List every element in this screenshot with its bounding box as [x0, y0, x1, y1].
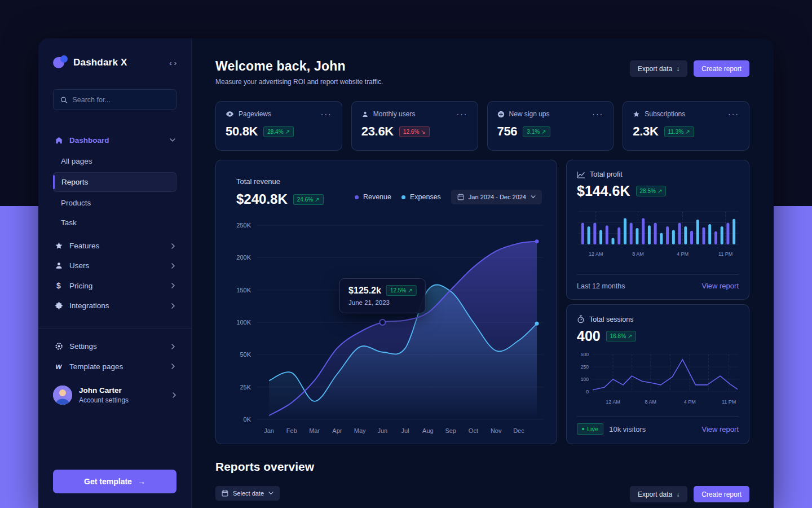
svg-text:Apr: Apr	[332, 427, 342, 434]
svg-text:200K: 200K	[236, 254, 251, 261]
svg-text:50K: 50K	[240, 351, 251, 358]
sidebar-nav: Dashboard All pages Reports Products Tas…	[53, 130, 176, 316]
svg-text:Jan: Jan	[264, 427, 274, 434]
sidebar-item-label: Dashboard	[69, 136, 109, 144]
visitors-label: 10k visitors	[609, 425, 646, 433]
create-report-button[interactable]: Create report	[694, 486, 749, 502]
reports-overview-section: Reports overview Select date Export data…	[215, 460, 749, 502]
trend-up-icon: ↗	[685, 129, 690, 135]
reports-overview-title: Reports overview	[215, 460, 749, 474]
select-date-dropdown[interactable]: Select date	[215, 486, 280, 501]
download-icon: ↓	[676, 491, 679, 498]
date-range-select[interactable]: Jan 2024 - Dec 2024	[451, 190, 542, 204]
stat-card-new-sign-ups: New sign ups ··· 756 3.1%↗	[487, 101, 614, 151]
line-chart-icon	[577, 171, 585, 178]
stat-value: 50.8K	[226, 124, 258, 139]
select-date-value: Select date	[233, 490, 264, 497]
chevron-right-icon	[171, 243, 175, 249]
sidebar-item-label: Settings	[69, 342, 97, 351]
total-profit-card: Total profit $144.6K 28.5%↗ 12 AM8 AM4 P…	[566, 160, 749, 300]
app-window: Dashdark X ‹ › Dashboard All pages Repor…	[38, 38, 774, 508]
svg-text:150K: 150K	[236, 287, 251, 294]
stat-value: 23.6K	[361, 124, 394, 139]
svg-text:Oct: Oct	[469, 427, 478, 434]
view-report-link[interactable]: View report	[701, 282, 739, 290]
sidebar-item-all-pages[interactable]: All pages	[53, 151, 176, 171]
trend-down-icon: ↘	[421, 129, 425, 135]
revenue-chart-svg: 0K25K50K100K150K200K250KJanFebMarAprMayJ…	[231, 217, 544, 437]
svg-text:8 AM: 8 AM	[632, 251, 644, 257]
trend-up-icon: ↗	[315, 196, 319, 203]
logo-icon	[53, 55, 68, 70]
legend-revenue: Revenue	[355, 193, 391, 201]
search-input[interactable]	[72, 96, 169, 104]
card-menu-button[interactable]: ···	[592, 112, 603, 116]
account-settings[interactable]: John Carter Account settings	[53, 386, 176, 405]
card-menu-button[interactable]: ···	[728, 112, 739, 116]
create-report-button[interactable]: Create report	[694, 60, 749, 77]
chevron-down-icon	[268, 492, 273, 495]
card-menu-button[interactable]: ···	[321, 112, 332, 116]
calendar-icon	[222, 490, 228, 497]
webflow-icon: w	[54, 362, 63, 371]
eye-icon	[226, 111, 234, 117]
page-subtitle: Measure your advertising ROI and report …	[215, 78, 383, 86]
sidebar-item-settings[interactable]: Settings	[53, 336, 176, 356]
chevron-right-icon	[171, 344, 175, 349]
sidebar-item-pricing[interactable]: $ Pricing	[53, 275, 176, 296]
sidebar-item-users[interactable]: Users	[53, 256, 176, 275]
legend-dot-revenue	[355, 195, 359, 199]
card-menu-button[interactable]: ···	[457, 112, 468, 116]
svg-text:Aug: Aug	[422, 427, 434, 434]
sidebar-item-label: Integrations	[69, 301, 109, 310]
sidebar-item-label: Products	[61, 199, 91, 207]
sidebar-item-reports[interactable]: Reports	[53, 172, 176, 192]
sidebar-collapse-button[interactable]: ‹ ›	[169, 59, 176, 67]
sessions-value: 400	[577, 328, 601, 344]
live-dot-icon	[582, 428, 584, 430]
view-report-link[interactable]: View report	[701, 425, 739, 433]
sidebar-item-label: Users	[69, 261, 89, 270]
export-data-button[interactable]: Export data ↓	[630, 60, 687, 77]
dollar-icon: $	[54, 281, 63, 290]
profit-title: Total profit	[590, 170, 623, 178]
app-title: Dashdark X	[73, 57, 127, 68]
trend-up-icon: ↗	[628, 333, 632, 339]
trend-up-icon: ↗	[657, 188, 662, 194]
search-box[interactable]	[53, 89, 176, 110]
sidebar-item-label: Task	[61, 218, 77, 227]
get-template-button[interactable]: Get template →	[53, 470, 176, 493]
export-data-button[interactable]: Export data ↓	[630, 486, 687, 502]
svg-text:250: 250	[581, 364, 589, 370]
legend-dot-expenses	[401, 195, 405, 199]
svg-text:250K: 250K	[236, 222, 251, 229]
svg-text:25K: 25K	[240, 384, 251, 391]
sidebar-item-features[interactable]: Features	[53, 236, 176, 256]
plus-circle-icon	[497, 111, 505, 118]
gear-icon	[54, 342, 63, 351]
legend-label: Revenue	[363, 193, 391, 201]
sidebar-item-products[interactable]: Products	[53, 193, 176, 213]
logo: Dashdark X ‹ ›	[53, 55, 176, 70]
sidebar-item-task[interactable]: Task	[53, 213, 176, 233]
sidebar-item-template-pages[interactable]: w Template pages	[53, 356, 176, 376]
stats-row: Pageviews ··· 50.8K 28.4%↗ Monthly users…	[215, 101, 749, 151]
sidebar-item-dashboard[interactable]: Dashboard	[53, 130, 176, 150]
stat-value: 2.3K	[633, 124, 658, 139]
user-icon	[361, 111, 369, 118]
sidebar-item-integrations[interactable]: Integrations	[53, 296, 176, 316]
calendar-icon	[457, 194, 464, 200]
chevron-right-icon	[171, 303, 175, 309]
page-title: Welcome back, John	[215, 59, 383, 74]
revenue-value: $240.8K	[236, 191, 288, 207]
star-icon	[54, 242, 63, 250]
trend-up-icon: ↗	[285, 129, 290, 135]
live-badge: Live	[577, 423, 603, 435]
profit-value: $144.6K	[577, 183, 630, 199]
svg-text:May: May	[354, 427, 366, 434]
chevron-right-icon	[173, 390, 176, 400]
legend-label: Expenses	[410, 193, 441, 201]
search-icon	[60, 96, 67, 104]
svg-text:Sep: Sep	[445, 427, 456, 434]
trend-badge: 24.6%↗	[293, 194, 324, 205]
